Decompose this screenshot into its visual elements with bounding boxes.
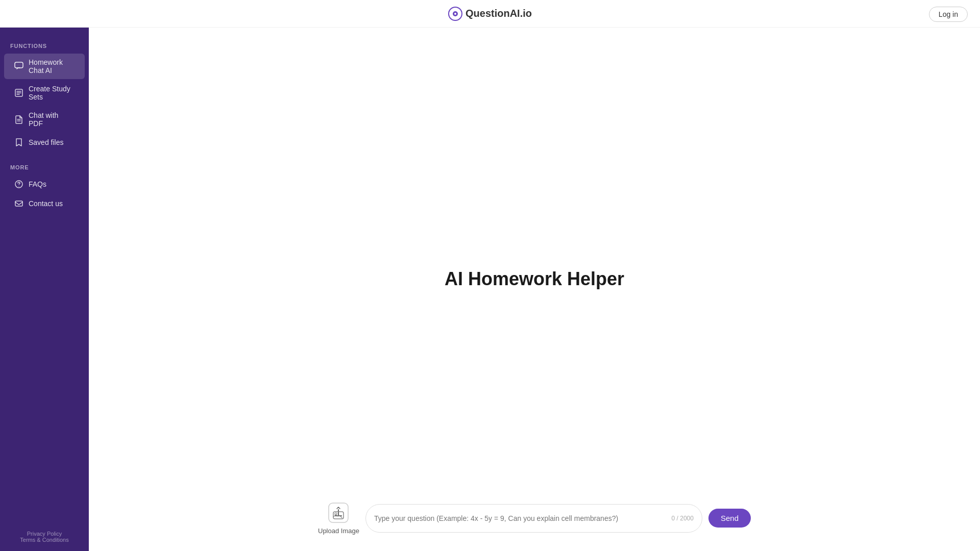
svg-rect-12 [15,201,22,206]
svg-rect-3 [15,62,23,68]
sidebar-footer: Privacy Policy Terms & Conditions [0,522,89,551]
sidebar-item-label: FAQs [29,180,46,188]
sidebar-item-label: Contact us [29,199,63,208]
chat-input[interactable] [374,514,667,522]
svg-point-11 [18,186,19,186]
sidebar-item-label: Saved files [29,138,63,146]
sidebar-item-chat-with-pdf[interactable]: Chat with PDF [4,107,85,132]
login-button[interactable]: Log in [929,7,968,22]
page-title: AI Homework Helper [445,268,624,290]
svg-point-2 [454,13,456,15]
more-section-label: MORE [0,152,89,174]
chat-icon [14,62,23,71]
mail-icon [14,199,23,208]
header: QuestionAI.io Log in [0,0,980,28]
chat-input-container: 0 / 2000 [365,504,702,533]
sidebar-item-label: Homework Chat AI [29,58,75,74]
main-content: AI Homework Helper [89,28,980,551]
sidebar-item-contact-us[interactable]: Contact us [4,194,85,213]
functions-section-label: FUNCTIONS [0,31,89,53]
upload-image-button[interactable]: Upload Image [318,502,359,535]
book-icon [14,88,23,97]
privacy-policy-link[interactable]: Privacy Policy [27,531,62,537]
input-area: Upload Image 0 / 2000 Send [89,502,980,535]
sidebar: FUNCTIONS Homework Chat AI Create Study … [0,0,89,551]
sidebar-item-create-study-sets[interactable]: Create Study Sets [4,80,85,106]
char-count: 0 / 2000 [672,515,694,522]
logo-icon [448,7,462,21]
sidebar-item-label: Chat with PDF [29,111,75,128]
question-icon [14,180,23,189]
pdf-icon [14,115,23,124]
sidebar-item-label: Create Study Sets [29,85,75,101]
bookmark-icon [14,138,23,147]
terms-conditions-link[interactable]: Terms & Conditions [20,537,68,543]
sidebar-item-homework-chat-ai[interactable]: Homework Chat AI [4,54,85,79]
logo-text: QuestionAI.io [465,8,532,19]
upload-image-label: Upload Image [318,527,359,535]
sidebar-item-saved-files[interactable]: Saved files [4,133,85,152]
logo: QuestionAI.io [448,7,532,21]
sidebar-item-faqs[interactable]: FAQs [4,175,85,193]
upload-image-icon [327,502,350,524]
send-button[interactable]: Send [708,509,751,528]
